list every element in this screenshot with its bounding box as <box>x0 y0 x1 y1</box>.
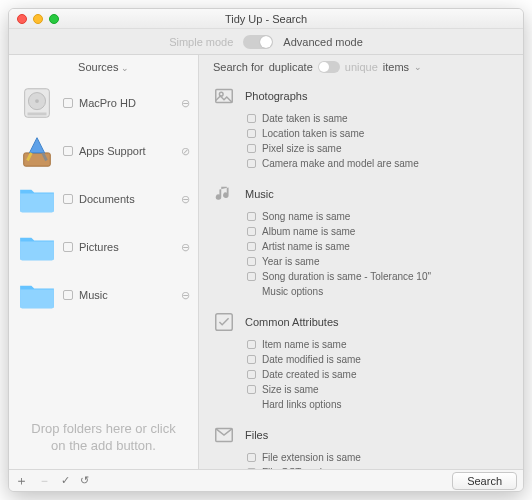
minimize-icon[interactable] <box>33 14 43 24</box>
remove-button[interactable]: － <box>38 472 51 490</box>
option-checkbox[interactable] <box>247 212 256 221</box>
disclosure-icon[interactable]: ⊖ <box>181 193 190 206</box>
option-label: Camera make and model are same <box>262 158 419 169</box>
section-header[interactable]: Photographs <box>213 81 523 111</box>
source-checkbox[interactable] <box>63 242 73 252</box>
svg-point-2 <box>35 99 39 103</box>
option-checkbox[interactable] <box>247 340 256 349</box>
mode-bar: Simple mode Advanced mode <box>9 29 523 55</box>
criteria-option[interactable]: Size is same <box>247 382 523 397</box>
option-label: Song duration is same - Tolerance 10" <box>262 271 431 282</box>
criteria-option[interactable]: Camera make and model are same <box>247 156 523 171</box>
mode-toggle[interactable] <box>243 35 273 49</box>
criteria-option[interactable]: Location taken is same <box>247 126 523 141</box>
section-header[interactable]: Common Attributes <box>213 307 523 337</box>
criteria-option[interactable]: Date modified is same <box>247 352 523 367</box>
footer-bar: ＋ － ✓ ↺ Search <box>9 469 523 491</box>
disclosure-icon[interactable]: ⊘ <box>181 145 190 158</box>
option-label: Date modified is same <box>262 354 361 365</box>
duplicate-unique-toggle[interactable] <box>318 61 340 73</box>
source-label: Music <box>79 289 181 301</box>
option-checkbox[interactable] <box>247 227 256 236</box>
close-icon[interactable] <box>17 14 27 24</box>
criteria-option[interactable]: Item name is same <box>247 337 523 352</box>
svg-rect-3 <box>28 113 47 116</box>
drop-hint: Drop folders here or click on the add bu… <box>9 407 198 469</box>
titlebar: Tidy Up - Search <box>9 9 523 29</box>
option-label: Hard links options <box>262 399 341 410</box>
option-label: Artist name is same <box>262 241 350 252</box>
source-checkbox[interactable] <box>63 290 73 300</box>
section-title: Common Attributes <box>245 316 339 328</box>
search-button[interactable]: Search <box>452 472 517 490</box>
criteria-option[interactable]: Music options <box>247 284 523 299</box>
source-checkbox[interactable] <box>63 194 73 204</box>
criteria-option[interactable]: Date taken is same <box>247 111 523 126</box>
source-item[interactable]: Music⊖ <box>9 271 198 319</box>
option-checkbox[interactable] <box>247 114 256 123</box>
option-label: File extension is same <box>262 452 361 463</box>
source-item[interactable]: Apps Support⊘ <box>9 127 198 175</box>
option-checkbox[interactable] <box>247 242 256 251</box>
hdd-icon <box>17 83 57 123</box>
sources-header[interactable]: Sources ⌄ <box>9 55 198 79</box>
advanced-mode-label[interactable]: Advanced mode <box>283 36 363 48</box>
option-checkbox[interactable] <box>247 129 256 138</box>
apply-button[interactable]: ✓ <box>61 474 70 487</box>
option-label: Date taken is same <box>262 113 348 124</box>
option-checkbox[interactable] <box>247 159 256 168</box>
criteria-option[interactable]: Date created is same <box>247 367 523 382</box>
criteria-option[interactable]: Pixel size is same <box>247 141 523 156</box>
disclosure-icon[interactable]: ⊖ <box>181 97 190 110</box>
window-title: Tidy Up - Search <box>9 13 523 25</box>
app-window: Tidy Up - Search Simple mode Advanced mo… <box>8 8 524 492</box>
duplicate-label[interactable]: duplicate <box>269 61 313 73</box>
option-checkbox[interactable] <box>247 355 256 364</box>
option-checkbox[interactable] <box>247 257 256 266</box>
criteria-option[interactable]: Year is same <box>247 254 523 269</box>
option-label: Song name is same <box>262 211 350 222</box>
source-item[interactable]: Documents⊖ <box>9 175 198 223</box>
option-label: Album name is same <box>262 226 355 237</box>
option-checkbox[interactable] <box>247 453 256 462</box>
source-checkbox[interactable] <box>63 98 73 108</box>
source-item[interactable]: Pictures⊖ <box>9 223 198 271</box>
source-label: Documents <box>79 193 181 205</box>
option-label: Date created is same <box>262 369 357 380</box>
source-label: Apps Support <box>79 145 181 157</box>
source-item[interactable]: MacPro HD⊖ <box>9 79 198 127</box>
criteria-panel: Search for duplicate unique items ⌄ Phot… <box>199 55 523 469</box>
simple-mode-label[interactable]: Simple mode <box>169 36 233 48</box>
reset-button[interactable]: ↺ <box>80 474 89 487</box>
option-checkbox[interactable] <box>247 144 256 153</box>
criteria-option[interactable]: Song duration is same - Tolerance 10" <box>247 269 523 284</box>
option-checkbox[interactable] <box>247 370 256 379</box>
search-for-line: Search for duplicate unique items ⌄ <box>199 55 523 79</box>
photo-icon <box>213 85 235 107</box>
apps-icon <box>17 131 57 171</box>
criteria-option[interactable]: File extension is same <box>247 450 523 465</box>
section-title: Music <box>245 188 274 200</box>
sources-list: MacPro HD⊖Apps Support⊘Documents⊖Picture… <box>9 79 198 407</box>
check-icon <box>213 311 235 333</box>
option-checkbox[interactable] <box>247 385 256 394</box>
option-label: Music options <box>262 286 323 297</box>
disclosure-icon[interactable]: ⊖ <box>181 289 190 302</box>
option-label: Year is same <box>262 256 319 267</box>
add-button[interactable]: ＋ <box>15 472 28 490</box>
section-header[interactable]: Music <box>213 179 523 209</box>
option-label: Pixel size is same <box>262 143 341 154</box>
disclosure-icon[interactable]: ⊖ <box>181 241 190 254</box>
criteria-option[interactable]: Artist name is same <box>247 239 523 254</box>
unique-label[interactable]: unique <box>345 61 378 73</box>
criteria-option[interactable]: Song name is same <box>247 209 523 224</box>
criteria-option[interactable]: Album name is same <box>247 224 523 239</box>
section-header[interactable]: Files <box>213 420 523 450</box>
option-checkbox[interactable] <box>247 272 256 281</box>
source-checkbox[interactable] <box>63 146 73 156</box>
zoom-icon[interactable] <box>49 14 59 24</box>
window-controls[interactable] <box>9 14 59 24</box>
criteria-option[interactable]: Hard links options <box>247 397 523 412</box>
source-label: MacPro HD <box>79 97 181 109</box>
option-label: Item name is same <box>262 339 346 350</box>
